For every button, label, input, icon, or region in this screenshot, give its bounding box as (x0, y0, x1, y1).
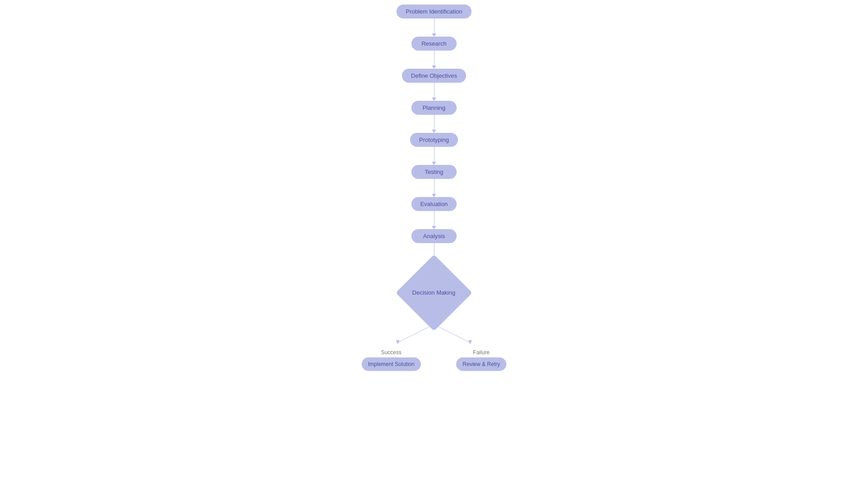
prototyping-label: Prototyping (410, 133, 458, 147)
connector-4 (434, 115, 434, 133)
branch-failure: Failure Review & Retry (456, 349, 506, 371)
branch-section: Success Implement Solution Failure Revie… (344, 324, 524, 371)
decision-making-label: Decision Making (412, 289, 455, 297)
branches: Success Implement Solution Failure Revie… (362, 349, 506, 371)
testing-label: Testing (411, 165, 457, 179)
node-implement-solution: Implement Solution (362, 357, 421, 371)
node-testing: Testing (411, 165, 457, 179)
node-prototyping: Prototyping (410, 133, 458, 147)
flowchart: Problem Identification Research Define O… (344, 0, 524, 371)
analysis-label: Analysis (411, 229, 457, 243)
research-label: Research (411, 37, 457, 51)
problem-identification-label: Problem Identification (396, 5, 471, 19)
implement-solution-label: Implement Solution (362, 357, 421, 371)
svg-marker-3 (468, 340, 472, 344)
review-retry-label: Review & Retry (456, 357, 506, 371)
connector-6 (434, 179, 434, 197)
node-define-objectives: Define Objectives (402, 69, 466, 83)
branch-success: Success Implement Solution (362, 349, 421, 371)
svg-line-1 (434, 324, 470, 343)
svg-marker-2 (396, 340, 400, 344)
decision-making-shape: Decision Making (396, 254, 472, 331)
define-objectives-label: Define Objectives (402, 69, 466, 83)
connector-3 (434, 83, 434, 101)
node-planning: Planning (411, 101, 457, 115)
node-problem-identification: Problem Identification (396, 5, 471, 19)
node-research: Research (411, 37, 457, 51)
svg-line-0 (398, 324, 434, 343)
node-review-retry: Review & Retry (456, 357, 506, 371)
node-decision-making: Decision Making (402, 261, 466, 324)
connector-2 (434, 51, 434, 69)
success-label: Success (381, 349, 401, 356)
connector-1 (434, 19, 434, 37)
failure-label: Failure (473, 349, 490, 356)
node-evaluation: Evaluation (411, 197, 457, 211)
planning-label: Planning (411, 101, 457, 115)
connector-5 (434, 147, 434, 165)
evaluation-label: Evaluation (411, 197, 457, 211)
node-analysis: Analysis (411, 229, 457, 243)
connector-7 (434, 211, 434, 229)
